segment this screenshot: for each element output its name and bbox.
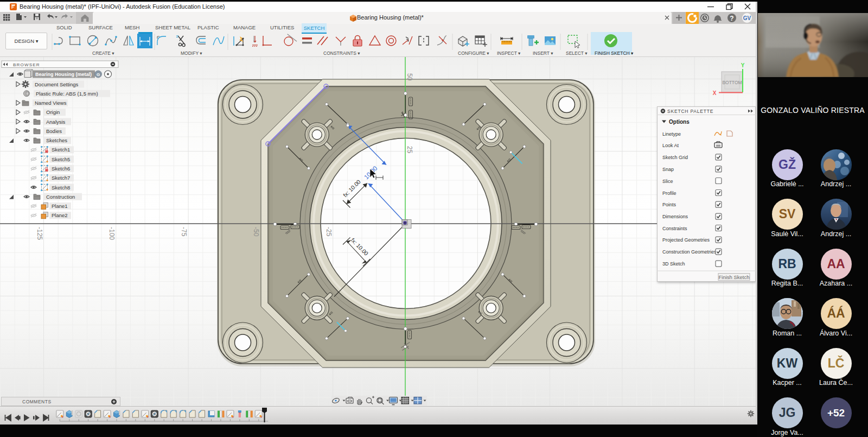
svg-text:Slice: Slice <box>662 179 673 184</box>
svg-text:Dimensions: Dimensions <box>662 214 688 219</box>
svg-text:3D Sketch: 3D Sketch <box>662 261 685 267</box>
svg-text:Points: Points <box>662 202 676 207</box>
svg-text:-25: -25 <box>325 227 333 237</box>
svg-text:G: G <box>97 72 100 77</box>
svg-text:50: 50 <box>406 73 413 81</box>
svg-text:Construction Geometries: Construction Geometries <box>662 249 717 255</box>
svg-text:GV: GV <box>743 15 751 21</box>
svg-text:-50: -50 <box>252 227 260 237</box>
svg-text:?: ? <box>730 15 733 22</box>
svg-text:BOTTOM: BOTTOM <box>722 80 742 85</box>
svg-text:SKETCH PALETTE: SKETCH PALETTE <box>667 109 713 114</box>
svg-text:BROWSER: BROWSER <box>13 62 40 67</box>
svg-text:Plane1: Plane1 <box>52 203 68 209</box>
svg-text:Bodies: Bodies <box>46 128 62 134</box>
svg-text:Y: Y <box>741 62 745 68</box>
svg-text:-100: -100 <box>108 227 116 240</box>
svg-text:Plane2: Plane2 <box>52 212 68 218</box>
svg-text:Document Settings: Document Settings <box>35 81 79 87</box>
svg-text:Sketch5: Sketch5 <box>52 156 70 162</box>
svg-text:Plastic Rule: ABS (1,5 mm): Plastic Rule: ABS (1,5 mm) <box>36 91 98 97</box>
svg-text:Sketch6: Sketch6 <box>52 166 70 172</box>
svg-text:Sketches: Sketches <box>46 137 67 143</box>
svg-text:Projected Geometries: Projected Geometries <box>662 237 710 243</box>
svg-text:Analysis: Analysis <box>46 119 66 125</box>
svg-text:Sketch1: Sketch1 <box>52 147 70 153</box>
svg-text:Sketch7: Sketch7 <box>52 175 70 181</box>
svg-text:Sketch8: Sketch8 <box>52 185 70 191</box>
svg-text:-125: -125 <box>36 227 43 240</box>
svg-text:Profile: Profile <box>662 191 676 196</box>
svg-text:X: X <box>713 90 717 96</box>
svg-text:Bearing Housing (metal): Bearing Housing (metal) <box>35 72 92 77</box>
svg-text:Snap: Snap <box>662 167 674 172</box>
svg-text:Sketch Grid: Sketch Grid <box>662 155 688 160</box>
svg-text:25: 25 <box>406 146 413 154</box>
svg-text:Finish Sketch: Finish Sketch <box>718 274 749 280</box>
svg-text:Named Views: Named Views <box>35 100 67 106</box>
svg-text:Construction: Construction <box>46 194 75 200</box>
svg-text:Look At: Look At <box>662 143 679 148</box>
svg-text:Linetype: Linetype <box>662 131 681 137</box>
svg-text:-75: -75 <box>180 227 188 237</box>
svg-text:Origin: Origin <box>46 109 60 115</box>
svg-text:Options: Options <box>669 119 690 125</box>
svg-text:Constraints: Constraints <box>662 226 687 231</box>
